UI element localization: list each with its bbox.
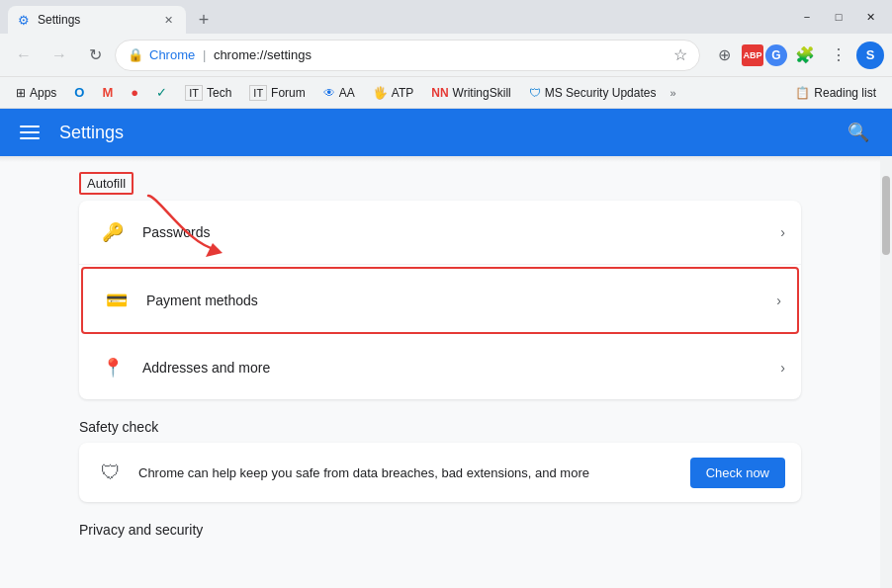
safety-check-description: Chrome can help keep you safe from data …	[138, 465, 678, 480]
atp-label: ATP	[392, 86, 413, 100]
apps-bookmark[interactable]: ⊞ Apps	[8, 81, 64, 105]
maximize-button[interactable]: □	[825, 6, 852, 28]
extensions-button[interactable]: 🧩	[789, 40, 821, 71]
outlook-bookmark[interactable]: O	[66, 81, 92, 105]
safety-check-heading: Safety check	[79, 419, 801, 435]
payment-methods-setting-item[interactable]: 💳 Payment methods ›	[81, 267, 799, 334]
reading-list-label: Reading list	[814, 86, 876, 100]
settings-page-title: Settings	[59, 123, 825, 143]
safety-shield-icon: 🛡	[95, 457, 127, 488]
tab-close-button[interactable]: ✕	[160, 12, 176, 28]
ms-security-bookmark[interactable]: 🛡 MS Security Updates	[521, 81, 665, 105]
privacy-security-heading: Privacy and security	[79, 522, 801, 538]
tech-bookmark[interactable]: IT Tech	[177, 81, 239, 105]
back-button[interactable]: ←	[8, 40, 40, 71]
apps-grid-icon: ⊞	[16, 86, 26, 100]
settings-search-button[interactable]: 🔍	[841, 115, 876, 150]
gmail-icon: M	[102, 85, 113, 100]
tech-label: Tech	[207, 86, 231, 100]
addresses-label: Addresses and more	[142, 360, 780, 376]
reading-list-button[interactable]: 📋 Reading list	[787, 81, 884, 105]
safety-check-card: 🛡 Chrome can help keep you safe from dat…	[79, 443, 801, 502]
bookmark-green[interactable]: ✓	[148, 81, 175, 105]
autofill-section-label: Autofill	[79, 172, 134, 195]
security-lock-icon: 🔒	[128, 47, 143, 62]
passwords-label: Passwords	[142, 224, 780, 240]
gmail-bookmark[interactable]: M	[94, 81, 121, 105]
navigation-bar: ← → ↻ 🔒 Chrome | chrome://settings ☆ ⊕ A…	[0, 34, 892, 77]
address-bar[interactable]: 🔒 Chrome | chrome://settings ☆	[115, 40, 700, 71]
address-url: chrome://settings	[214, 47, 312, 62]
address-text: Chrome | chrome://settings	[149, 47, 664, 62]
content-area: Autofill 🔑 Passwords › 💳 Payment	[0, 156, 880, 588]
adblock-extension-icon[interactable]: ABP	[742, 44, 763, 66]
apps-label: Apps	[30, 86, 56, 100]
active-tab[interactable]: ⚙ Settings ✕	[8, 6, 186, 34]
address-chrome-label: Chrome	[149, 47, 195, 62]
address-divider: |	[203, 47, 206, 62]
tab-area: ⚙ Settings ✕ +	[8, 0, 793, 34]
passwords-icon: 🔑	[95, 214, 131, 250]
tech-icon: IT	[185, 85, 203, 101]
new-tab-button[interactable]: +	[190, 6, 218, 34]
forum-label: Forum	[271, 86, 306, 100]
forum-bookmark[interactable]: IT Forum	[241, 81, 312, 105]
forward-button[interactable]: →	[44, 40, 75, 71]
addresses-chevron-icon: ›	[780, 360, 785, 376]
toolbar-icons: ⊕ ABP G 🧩 ⋮ S	[708, 40, 884, 71]
close-button[interactable]: ✕	[856, 6, 884, 28]
profile-button[interactable]: S	[856, 42, 884, 69]
atp-icon: 🖐	[373, 86, 388, 100]
scroll-shadow	[0, 156, 880, 162]
ms-security-icon: 🛡	[529, 86, 541, 100]
passwords-chevron-icon: ›	[780, 224, 785, 240]
writingskill-label: WritingSkill	[453, 86, 511, 100]
aa-icon: 👁	[323, 86, 335, 100]
addresses-setting-item[interactable]: 📍 Addresses and more ›	[79, 336, 801, 399]
payment-icon: 💳	[99, 283, 134, 318]
forum-icon: IT	[249, 85, 267, 101]
hamburger-line-2	[20, 131, 40, 133]
settings-header: Settings 🔍	[0, 109, 892, 156]
outlook-icon: O	[74, 85, 84, 100]
check-now-button[interactable]: Check now	[690, 458, 785, 488]
writingskill-bookmark[interactable]: NN WritingSkill	[423, 81, 518, 105]
aa-label: AA	[339, 86, 355, 100]
passwords-setting-item[interactable]: 🔑 Passwords ›	[79, 201, 801, 265]
red-bookmark-icon: ●	[131, 85, 138, 100]
window-controls: − □ ✕	[793, 6, 884, 28]
tab-title: Settings	[38, 13, 154, 27]
bookmark-star-icon[interactable]: ☆	[673, 45, 687, 64]
addresses-icon: 📍	[95, 350, 131, 385]
autofill-section: Autofill 🔑 Passwords › 💳 Payment	[79, 172, 801, 399]
scrollbar[interactable]	[880, 156, 892, 588]
hamburger-line-1	[20, 126, 40, 127]
bookmarks-bar: ⊞ Apps O M ● ✓ IT Tech IT Forum 👁 AA 🖐 A…	[0, 77, 892, 109]
writingskill-icon: NN	[431, 86, 448, 100]
tab-favicon-icon: ⚙	[18, 13, 32, 27]
aa-bookmark[interactable]: 👁 AA	[315, 81, 363, 105]
more-options-button[interactable]: ⋮	[823, 40, 854, 71]
titlebar: ⚙ Settings ✕ + − □ ✕	[0, 0, 892, 34]
payment-methods-chevron-icon: ›	[776, 293, 781, 308]
bookmarks-more-button[interactable]: »	[666, 85, 679, 101]
autofill-settings-card: 🔑 Passwords › 💳 Payment methods › 📍 Addr…	[79, 201, 801, 399]
chromecast-button[interactable]: ⊕	[708, 40, 740, 71]
reading-list-icon: 📋	[795, 86, 810, 100]
scrollbar-thumb[interactable]	[882, 176, 890, 255]
main-content: Autofill 🔑 Passwords › 💳 Payment	[0, 156, 892, 588]
refresh-button[interactable]: ↻	[79, 40, 111, 71]
google-extension-icon[interactable]: G	[765, 44, 787, 66]
ms-security-label: MS Security Updates	[545, 86, 657, 100]
payment-methods-label: Payment methods	[146, 293, 776, 308]
hamburger-line-3	[20, 137, 40, 139]
atp-bookmark[interactable]: 🖐 ATP	[365, 81, 421, 105]
hamburger-menu-button[interactable]	[16, 122, 44, 143]
minimize-button[interactable]: −	[793, 6, 821, 28]
green-bookmark-icon: ✓	[156, 85, 167, 100]
bookmark-red[interactable]: ●	[123, 81, 146, 105]
